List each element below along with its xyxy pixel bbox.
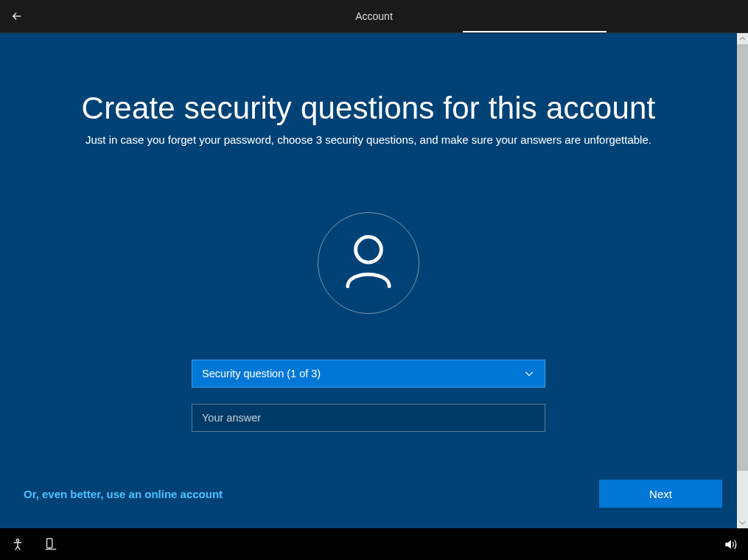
svg-point-1: [16, 539, 18, 541]
tab-indicator: [463, 31, 607, 32]
dropdown-label: Security question (1 of 3): [202, 368, 321, 379]
use-online-account-link[interactable]: Or, even better, use an online account: [24, 488, 223, 500]
scroll-up-arrow[interactable]: [737, 33, 748, 44]
avatar-placeholder: [318, 212, 419, 314]
svg-point-0: [356, 237, 382, 262]
scrollbar-thumb[interactable]: [737, 44, 748, 471]
volume-icon[interactable]: [723, 537, 738, 552]
back-button[interactable]: [0, 0, 34, 32]
scroll-down-arrow[interactable]: [737, 517, 748, 528]
window-title: Account: [355, 10, 393, 22]
chevron-down-icon: [523, 368, 535, 379]
page-heading: Create security questions for this accou…: [0, 91, 737, 126]
answer-input[interactable]: [192, 404, 545, 432]
title-bar: Account: [0, 0, 748, 33]
user-icon: [343, 234, 394, 293]
security-question-dropdown[interactable]: Security question (1 of 3): [192, 360, 545, 388]
taskbar: [0, 528, 748, 560]
accessibility-icon[interactable]: [10, 537, 25, 552]
ime-icon[interactable]: [44, 537, 57, 552]
svg-rect-2: [47, 538, 52, 547]
vertical-scrollbar[interactable]: [737, 33, 748, 528]
page-subheading: Just in case you forget your password, c…: [0, 133, 737, 146]
content-pane: Create security questions for this accou…: [0, 33, 737, 528]
next-button[interactable]: Next: [599, 480, 722, 508]
